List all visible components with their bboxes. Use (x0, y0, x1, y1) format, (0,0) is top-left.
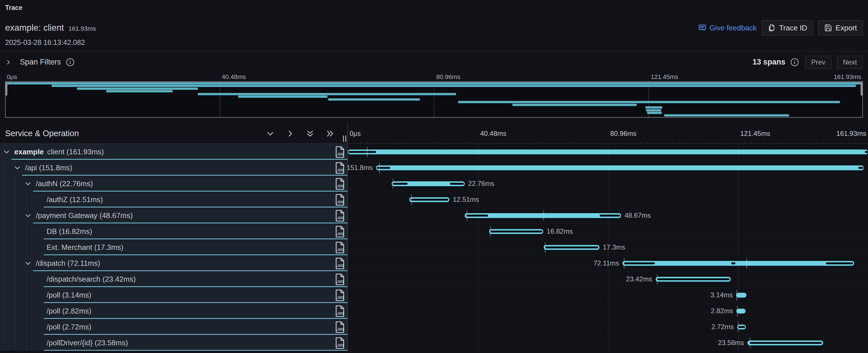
double-chevron-right-icon[interactable] (326, 129, 334, 138)
ruler-minor-tick (393, 141, 394, 143)
span-log-marker[interactable] (367, 147, 368, 157)
span-row-label[interactable]: /payment Gateway (48.67ms)LOG (0, 207, 347, 223)
span-row-label[interactable]: /poll (2.72ms)LOG (0, 319, 347, 335)
collapse-span-icon[interactable] (3, 148, 14, 156)
span-operation-name: /dispatch (72.11ms) (36, 259, 100, 268)
ruler-minor-tick (621, 141, 621, 143)
trace-timeline: Service & Operation exampleclient (161.9… (0, 123, 868, 351)
span-log-marker[interactable] (737, 306, 738, 316)
give-feedback-link[interactable]: Give feedback (698, 24, 756, 32)
timeline-tick-label: 121.45ms (651, 73, 678, 81)
export-label: Export (836, 24, 857, 32)
span-duration-label: 17.3ms (603, 243, 625, 251)
span-log-marker[interactable] (738, 322, 738, 332)
span-log-marker[interactable] (624, 258, 624, 268)
span-duration-label: 22.76ms (468, 180, 494, 188)
export-button[interactable]: Export (818, 20, 863, 35)
indent-guide (4, 192, 5, 207)
log-document-icon[interactable]: LOG (335, 226, 345, 237)
span-duration-bar[interactable] (376, 165, 864, 170)
span-duration-bar[interactable] (736, 309, 745, 314)
minimap-right-handle[interactable] (861, 83, 863, 96)
span-log-marker[interactable] (411, 194, 412, 205)
span-row-label[interactable]: /poll (3.14ms)LOG (0, 287, 347, 303)
span-duration-bar[interactable] (465, 213, 621, 218)
span-log-marker[interactable] (490, 226, 491, 237)
trace-id-button[interactable]: Trace ID (762, 20, 813, 35)
ruler-minor-tick (744, 141, 745, 143)
span-log-marker[interactable] (393, 179, 393, 189)
double-chevron-down-icon[interactable] (306, 129, 314, 138)
span-log-marker[interactable] (467, 210, 467, 221)
span-log-marker[interactable] (736, 290, 737, 300)
log-document-icon[interactable]: LOG (335, 305, 345, 317)
span-row-label[interactable]: /dispatch/search (23.42ms)LOG (0, 271, 347, 287)
span-log-marker[interactable] (746, 258, 747, 268)
span-row-label[interactable]: /poll (2.82ms)LOG (0, 303, 347, 319)
critical-path-segment (490, 230, 542, 232)
trace-overview: 0μs40.48ms80.96ms121.45ms161.93ms (0, 73, 868, 118)
span-duration-label: 16.82ms (547, 227, 573, 235)
log-document-icon[interactable]: LOG (335, 146, 345, 158)
critical-path-segment (600, 215, 620, 217)
span-row-label[interactable]: /authN (22.76ms)LOG (0, 175, 347, 192)
log-document-icon[interactable]: LOG (335, 274, 345, 285)
span-duration-label: 72.11ms (593, 259, 619, 267)
span-row-label[interactable]: /pollDriver/{id} (23.58ms)LOG (0, 335, 347, 351)
collapse-span-icon[interactable] (25, 259, 36, 267)
collapse-span-icon[interactable] (25, 180, 36, 187)
span-row-label[interactable]: /dispatch (72.11ms)LOG (0, 255, 347, 271)
span-duration-bar[interactable] (622, 261, 854, 266)
log-document-icon[interactable]: LOG (335, 321, 345, 333)
next-span-button[interactable]: Next (837, 56, 863, 69)
indent-guide (4, 207, 5, 223)
span-row-label[interactable]: /authZ (12.51ms)LOG (0, 192, 347, 207)
ruler-minor-tick (484, 141, 485, 143)
span-log-marker[interactable] (545, 242, 546, 253)
span-duration-bar[interactable] (736, 293, 746, 297)
log-document-icon[interactable]: LOG (335, 257, 345, 269)
collapse-span-icon[interactable] (25, 212, 36, 219)
log-document-icon[interactable]: LOG (335, 289, 345, 301)
svg-text:LOG: LOG (336, 295, 344, 299)
ruler-minor-tick (647, 141, 647, 143)
log-document-icon[interactable]: LOG (335, 242, 345, 254)
minimap[interactable] (5, 81, 863, 118)
log-document-icon[interactable]: LOG (335, 210, 345, 222)
prev-span-button[interactable]: Prev (805, 56, 831, 69)
span-log-marker[interactable] (544, 210, 544, 221)
span-log-marker[interactable] (379, 163, 380, 173)
span-duration-label: 48.67ms (624, 212, 651, 219)
span-row-label[interactable]: Ext. Merchant (17.3ms)LOG (0, 239, 347, 255)
ruler-minor-tick (809, 141, 810, 143)
span-row-label[interactable]: DB (16.82ms)LOG (0, 223, 347, 239)
span-log-marker[interactable] (657, 274, 657, 285)
span-operation-name: DB (16.82ms) (46, 227, 92, 236)
span-filters-toggle[interactable]: Span Filters (5, 57, 75, 67)
ruler-minor-tick (497, 141, 498, 143)
log-document-icon[interactable]: LOG (335, 337, 345, 349)
service-operation-title: Service & Operation (5, 129, 266, 138)
span-operation-name: client (161.93ms) (47, 148, 104, 156)
minimap-left-handle[interactable] (5, 83, 7, 96)
span-duration-label: 23.58ms (718, 339, 744, 347)
column-resize-grip[interactable] (343, 135, 346, 142)
span-row-label[interactable]: /api (151.8ms)LOG (0, 160, 347, 175)
chevron-right-icon[interactable] (286, 129, 294, 138)
ruler-minor-tick (783, 141, 784, 143)
indent-guide (16, 175, 16, 192)
ruler-minor-tick (836, 141, 836, 143)
minimap-viewport[interactable] (5, 81, 863, 118)
info-circle-icon[interactable] (790, 57, 800, 67)
span-row-label[interactable]: exampleclient (161.93ms)LOG (0, 144, 347, 160)
log-document-icon[interactable]: LOG (335, 194, 345, 206)
info-circle-icon[interactable] (65, 57, 75, 67)
log-document-icon[interactable]: LOG (335, 178, 345, 190)
collapse-span-icon[interactable] (13, 164, 25, 171)
log-document-icon[interactable]: LOG (335, 162, 345, 174)
span-duration-bar[interactable] (348, 150, 868, 154)
indent-guide (26, 319, 27, 335)
chevron-down-icon[interactable] (266, 129, 275, 138)
span-log-marker[interactable] (750, 338, 750, 348)
indent-guide (4, 175, 5, 192)
